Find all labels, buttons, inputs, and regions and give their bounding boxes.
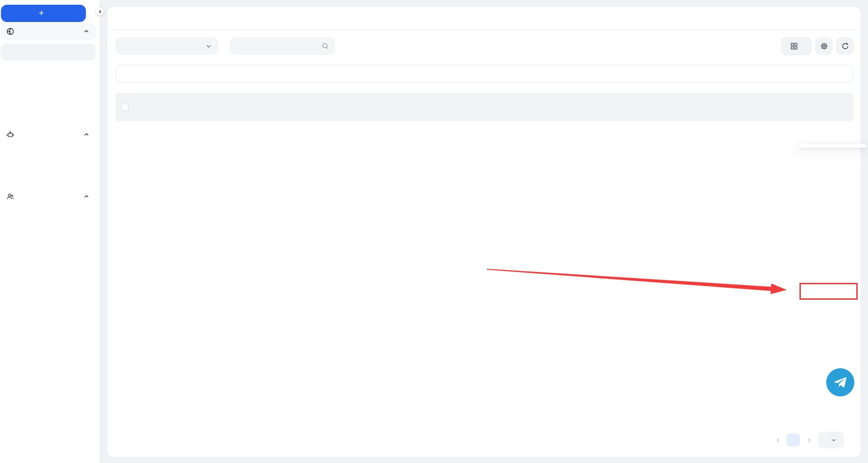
profile-groups-select[interactable] xyxy=(115,37,218,55)
header-tools xyxy=(781,37,854,55)
table-header xyxy=(115,93,853,121)
sidebar-nav xyxy=(0,23,96,271)
name-search-box xyxy=(230,37,335,55)
sidebar-item-proxy-management[interactable] xyxy=(0,85,96,102)
select-all-checkbox[interactable] xyxy=(121,104,129,111)
prev-page-button[interactable] xyxy=(774,437,782,443)
plus-icon: + xyxy=(38,8,44,17)
pagination xyxy=(765,432,844,448)
sidebar-item-all-windows[interactable] xyxy=(0,44,96,61)
sidebar-item-groups[interactable] xyxy=(0,64,96,81)
chevron-up-icon xyxy=(84,194,89,199)
telegram-plane-icon xyxy=(832,374,848,390)
sidebar: + xyxy=(0,0,100,463)
name-search-input[interactable] xyxy=(236,42,322,50)
refresh-icon xyxy=(841,42,849,50)
filter-row xyxy=(115,30,854,62)
telegram-button[interactable] xyxy=(826,368,854,396)
sidebar-section-rap[interactable] xyxy=(0,126,96,143)
chevron-up-icon xyxy=(84,132,89,137)
chevron-up-icon xyxy=(84,29,89,34)
sidebar-item-extension-center[interactable] xyxy=(0,106,96,122)
page-size-select[interactable] xyxy=(818,432,844,448)
main-card xyxy=(108,7,860,457)
team-icon xyxy=(7,193,14,200)
search-icon[interactable] xyxy=(322,42,329,50)
page-number-button[interactable] xyxy=(787,433,800,447)
sidebar-item-logs[interactable] xyxy=(0,229,96,246)
chevron-down-icon xyxy=(831,437,837,443)
sidebar-section-common[interactable] xyxy=(0,23,96,40)
tab-bar xyxy=(108,7,860,30)
gear-icon xyxy=(820,42,828,50)
grid-icon xyxy=(791,43,798,50)
action-bar xyxy=(115,65,853,83)
next-page-button[interactable] xyxy=(805,437,813,443)
robot-icon xyxy=(7,131,14,138)
col-custom-id xyxy=(582,103,629,111)
sidebar-collapse-button[interactable] xyxy=(96,8,104,15)
collapse-arrow-icon xyxy=(99,10,101,14)
row-context-menu xyxy=(798,144,866,148)
recycle-bin-button[interactable] xyxy=(781,37,812,55)
sidebar-item-window-sync[interactable] xyxy=(0,147,96,164)
sidebar-item-rpa[interactable] xyxy=(0,167,96,184)
sidebar-item-members[interactable] xyxy=(0,209,96,226)
chevron-down-icon xyxy=(206,43,212,49)
settings-button[interactable] xyxy=(815,37,833,55)
sidebar-item-global-settings[interactable] xyxy=(0,250,96,267)
create-profile-button[interactable]: + xyxy=(1,5,86,22)
globe-icon xyxy=(7,28,14,35)
refresh-button[interactable] xyxy=(836,37,854,55)
sidebar-section-team[interactable] xyxy=(0,188,96,205)
profiles-table xyxy=(115,93,853,121)
